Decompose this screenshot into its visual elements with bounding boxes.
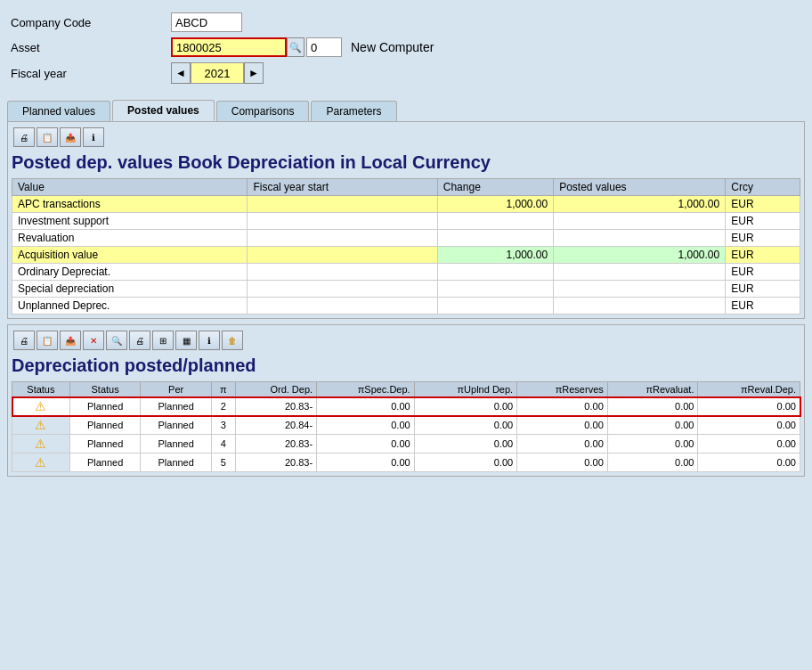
- dep-col-header-uplnd-dep: πUplnd Dep.: [414, 382, 516, 397]
- toolbar2-btn9[interactable]: ℹ: [199, 331, 220, 350]
- warning-icon: ⚠: [35, 437, 46, 451]
- toolbar2-btn7[interactable]: ⊞: [152, 331, 174, 350]
- dep-cell-status1: Planned: [69, 416, 141, 435]
- cell-change: [437, 298, 553, 315]
- cell-fiscal-start: [248, 213, 437, 230]
- cell-change: [437, 230, 553, 247]
- cell-change: 1,000.00: [437, 247, 553, 264]
- toolbar2-btn5[interactable]: 🔍: [106, 331, 127, 350]
- fiscal-year-input[interactable]: [191, 62, 244, 84]
- tab-parameters[interactable]: Parameters: [311, 101, 396, 121]
- toolbar2-btn1[interactable]: 🖨: [13, 331, 35, 350]
- dep-cell-revaluat: 0.00: [607, 397, 698, 416]
- dep-col-header-reval-dep: πReval.Dep.: [698, 382, 800, 397]
- cell-posted: 1,000.00: [554, 247, 726, 264]
- cell-crcy: EUR: [726, 264, 800, 281]
- dep-section-title: Depreciation posted/planned: [12, 355, 800, 376]
- dep-cell-revaluat: 0.00: [607, 435, 698, 453]
- dep-col-header-revaluat: πRevaluat.: [607, 382, 698, 397]
- form-section: Company Code Asset 🔍 New Computer Fiscal…: [7, 7, 805, 93]
- dep-cell-spec-dep: 0.00: [317, 397, 415, 416]
- col-header-crcy: Crcy: [726, 179, 800, 196]
- table-row: Acquisition value 1,000.00 1,000.00 EUR: [12, 247, 800, 264]
- cell-change: [437, 281, 553, 298]
- cell-posted: [554, 264, 726, 281]
- dep-col-header-pi: π: [211, 382, 235, 397]
- toolbar2-btn2[interactable]: 📋: [37, 331, 58, 350]
- dep-cell-reserves: 0.00: [517, 416, 608, 435]
- dep-cell-status2: Planned: [141, 435, 212, 453]
- asset-label: Asset: [11, 41, 171, 54]
- cell-fiscal-start: [248, 230, 437, 247]
- dep-cell-status1: Planned: [69, 453, 141, 472]
- toolbar2-btn4[interactable]: ✕: [83, 331, 104, 350]
- cell-value: Unplanned Deprec.: [12, 298, 248, 315]
- cell-posted: [554, 230, 726, 247]
- dep-cell-status2: Planned: [141, 416, 212, 435]
- asset-search-button[interactable]: 🔍: [287, 37, 304, 57]
- cell-change: 1,000.00: [437, 196, 553, 213]
- dep-col-header-ord-dep: Ord. Dep.: [235, 382, 316, 397]
- toolbar2-btn6[interactable]: 🖨: [129, 331, 150, 350]
- cell-fiscal-start: [248, 264, 437, 281]
- table-row: Special depreciation EUR: [12, 281, 800, 298]
- toolbar1: 🖨 📋 📤 ℹ: [12, 126, 800, 149]
- tab-planned-values[interactable]: Planned values: [7, 101, 110, 121]
- tab-posted-values[interactable]: Posted values: [112, 100, 215, 121]
- dep-cell-warning: ⚠: [12, 397, 70, 416]
- cell-value: APC transactions: [12, 196, 248, 213]
- dep-cell-revaluat: 0.00: [607, 453, 698, 472]
- table-row: Ordinary Depreciat. EUR: [12, 264, 800, 281]
- warning-icon: ⚠: [35, 418, 46, 432]
- posted-values-table: Value Fiscal year start Change Posted va…: [12, 178, 800, 315]
- col-header-value: Value: [12, 179, 248, 196]
- dep-cell-spec-dep: 0.00: [317, 435, 415, 453]
- tab-comparisons[interactable]: Comparisons: [216, 101, 310, 121]
- toolbar2: 🖨 📋 📤 ✕ 🔍 🖨 ⊞ ▦ ℹ 🗑: [12, 329, 800, 352]
- cell-crcy: EUR: [726, 247, 800, 264]
- dep-section: 🖨 📋 📤 ✕ 🔍 🖨 ⊞ ▦ ℹ 🗑 Depreciation posted/…: [7, 324, 805, 477]
- asset-sub-input[interactable]: [306, 37, 342, 57]
- tabs-row: Planned values Posted values Comparisons…: [7, 100, 805, 121]
- dep-cell-ord-dep: 20.83-: [235, 453, 316, 472]
- dep-cell-warning: ⚠: [12, 435, 70, 453]
- dep-cell-per: 3: [211, 416, 235, 435]
- dep-cell-warning: ⚠: [12, 453, 70, 472]
- table-row: Investment support EUR: [12, 213, 800, 230]
- cell-posted: [554, 281, 726, 298]
- asset-input[interactable]: [171, 37, 287, 57]
- cell-crcy: EUR: [726, 298, 800, 315]
- toolbar2-btn3[interactable]: 📤: [60, 331, 81, 350]
- dep-col-header-spec-dep: πSpec.Dep.: [317, 382, 415, 397]
- fiscal-year-next-button[interactable]: ►: [244, 62, 264, 84]
- dep-cell-uplnd-dep: 0.00: [414, 435, 516, 453]
- company-code-input[interactable]: [171, 12, 242, 32]
- warning-icon: ⚠: [35, 399, 46, 413]
- table-row: APC transactions 1,000.00 1,000.00 EUR: [12, 196, 800, 213]
- dep-cell-per: 4: [211, 435, 235, 453]
- cell-fiscal-start: [248, 281, 437, 298]
- toolbar2-btn8[interactable]: ▦: [175, 331, 197, 350]
- toolbar1-copy-button[interactable]: 📋: [37, 127, 58, 147]
- cell-crcy: EUR: [726, 196, 800, 213]
- dep-cell-uplnd-dep: 0.00: [414, 397, 516, 416]
- dep-cell-status2: Planned: [141, 397, 212, 416]
- content-area: 🖨 📋 📤 ℹ Posted dep. values Book Deprecia…: [7, 121, 805, 319]
- cell-fiscal-start: [248, 196, 437, 213]
- cell-value: Acquisition value: [12, 247, 248, 264]
- dep-cell-spec-dep: 0.00: [317, 416, 415, 435]
- dep-cell-revaluat: 0.00: [607, 416, 698, 435]
- dep-table: Status Status Per π Ord. Dep. πSpec.Dep.…: [12, 381, 800, 472]
- cell-change: [437, 264, 553, 281]
- toolbar1-export-button[interactable]: 📤: [60, 127, 81, 147]
- dep-cell-reval-dep: 0.00: [698, 416, 800, 435]
- asset-row: Asset 🔍 New Computer: [11, 37, 801, 57]
- toolbar1-print-button[interactable]: 🖨: [13, 127, 35, 147]
- cell-fiscal-start: [248, 298, 437, 315]
- toolbar2-btn10[interactable]: 🗑: [222, 331, 243, 350]
- dep-cell-ord-dep: 20.84-: [235, 416, 316, 435]
- cell-change: [437, 213, 553, 230]
- dep-col-header-per: Per: [141, 382, 212, 397]
- fiscal-year-prev-button[interactable]: ◄: [171, 62, 191, 84]
- toolbar1-info-button[interactable]: ℹ: [83, 127, 104, 147]
